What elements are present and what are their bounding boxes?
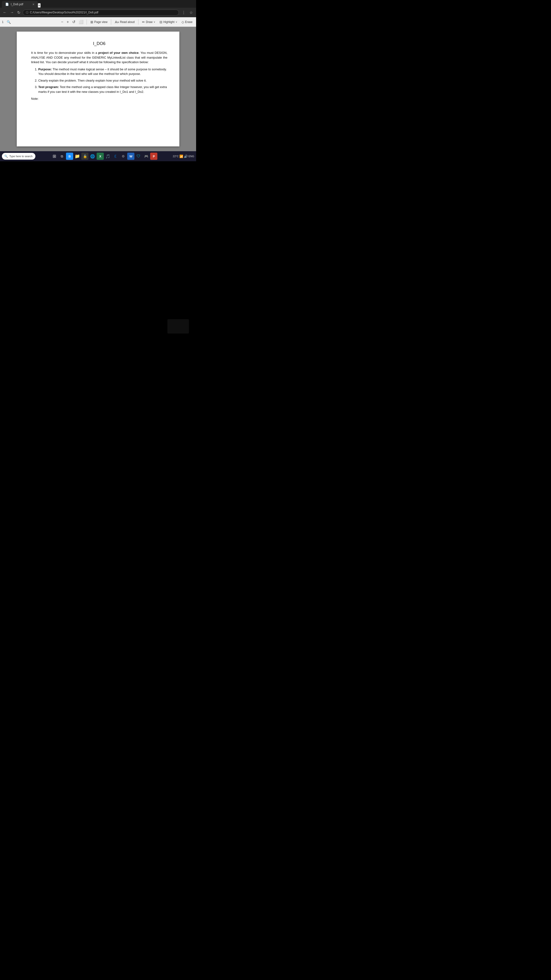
page-view-label: Page view <box>94 20 107 24</box>
intro-bold-text: project of your own choice <box>98 51 139 54</box>
taskbar-shield-icon[interactable]: 🛡 <box>135 153 142 160</box>
favorites-button[interactable]: ☆ <box>188 10 194 16</box>
draw-icon: ✏ <box>142 20 145 24</box>
intro-text-prefix: It is time for you to demonstrate your s… <box>31 51 98 54</box>
highlight-chevron-icon: ∨ <box>176 21 177 23</box>
back-button[interactable]: ← <box>2 10 8 16</box>
new-tab-button[interactable]: + <box>38 3 41 8</box>
taskbar: 🔍 Type here to search ⊞ ⧉ B 📁 🔒 🌐 X 🎵 Ɛ … <box>0 151 196 161</box>
taskbar-powerpoint-icon[interactable]: P <box>150 153 157 160</box>
draw-chevron-icon: ∨ <box>154 21 155 23</box>
bottom-black-area <box>0 161 196 353</box>
purpose-label: Purpose: <box>38 67 52 71</box>
pdf-intro-paragraph: It is time for you to demonstrate your s… <box>31 51 167 65</box>
taskbar-excel-icon[interactable]: X <box>97 153 104 160</box>
taskbar-search[interactable]: 🔍 Type here to search <box>2 153 35 159</box>
highlight-label: Highlight <box>164 20 175 24</box>
taskbar-right-area: 22°C 📶 🔊 ENG <box>173 154 194 158</box>
tab-title: I_Do6.pdf <box>11 3 23 6</box>
browser-tab[interactable]: 📄 I_Do6.pdf × <box>2 1 38 8</box>
draw-button[interactable]: ✏ Draw ∨ <box>140 19 157 25</box>
address-bar-row: ← → ↻ ⓘ C:/Users/fifeegee/Desktop/School… <box>0 8 196 17</box>
pdf-body: It is time for you to demonstrate your s… <box>31 51 167 101</box>
taskbar-center-icons: ⊞ ⧉ B 📁 🔒 🌐 X 🎵 Ɛ ⚙ W 🛡 🎮 P <box>51 153 157 160</box>
erase-label: Erase <box>185 20 192 24</box>
forward-button[interactable]: → <box>9 10 15 16</box>
read-aloud-label: Read aloud <box>120 20 135 24</box>
taskbar-search-text: Type here to search <box>10 155 33 158</box>
pdf-toolbar: 1 🔍 − + ↺ ⬜ ⊞ Page view A» Read aloud ✏ … <box>0 17 196 27</box>
lock-icon: ⓘ <box>26 11 29 14</box>
list-item: Clearly explain the problem. Then clearl… <box>38 78 167 83</box>
taskbar-chrome-icon[interactable]: 🌐 <box>89 153 96 160</box>
address-bar[interactable]: ⓘ C:/Users/fifeegee/Desktop/School%20202… <box>23 10 179 16</box>
erase-icon: ◇ <box>181 20 184 24</box>
tab-bar: 📄 I_Do6.pdf × + <box>0 0 196 8</box>
list-item: Purpose: The method must make logical se… <box>38 67 167 76</box>
taskbar-search-icon: 🔍 <box>4 154 8 158</box>
browser-chrome: 📄 I_Do6.pdf × + ← → ↻ ⓘ C:/Users/fifeege… <box>0 0 196 27</box>
draw-label: Draw <box>146 20 152 24</box>
highlight-icon: ⊟ <box>159 20 162 24</box>
list-item: Test program: Test the method using a wr… <box>38 85 167 94</box>
purpose-text: The method must make logical sense – it … <box>38 67 167 76</box>
tab-icon: 📄 <box>5 3 9 6</box>
zoom-out-button[interactable]: − <box>60 19 64 25</box>
taskbar-sound-icon: 🔊 <box>184 154 188 158</box>
taskbar-word-icon[interactable]: W <box>127 153 134 160</box>
taskbar-game-icon[interactable]: 🎮 <box>143 153 150 160</box>
pdf-viewer: I_DO6 It is time for you to demonstrate … <box>0 27 196 151</box>
taskbar-lock-icon[interactable]: 🔒 <box>81 153 89 160</box>
read-aloud-button[interactable]: A» Read aloud <box>113 19 136 25</box>
pdf-requirements-list: Purpose: The method must make logical se… <box>38 67 167 94</box>
taskbar-browser-icon[interactable]: B <box>66 153 73 160</box>
test-program-label: Test program: <box>38 85 59 89</box>
erase-button[interactable]: ◇ Erase <box>180 19 194 25</box>
fit-button[interactable]: ⬜ <box>78 19 85 25</box>
taskbar-temp: 22°C <box>173 155 179 158</box>
note-label: Note: <box>31 97 38 100</box>
taskbar-windows-button[interactable]: ⊞ <box>51 153 58 160</box>
highlight-button[interactable]: ⊟ Highlight ∨ <box>158 19 179 25</box>
taskbar-wifi-icon: 📶 <box>179 154 183 158</box>
browser-actions: ⋮ ☆ <box>180 10 194 16</box>
taskbar-sys-icons: 22°C 📶 🔊 ENG <box>173 154 194 158</box>
rotate-button[interactable]: ↺ <box>71 19 76 25</box>
pdf-search-icon[interactable]: 🔍 <box>5 19 12 25</box>
taskbar-lang: ENG <box>189 155 194 158</box>
note-paragraph: Note: <box>31 96 167 101</box>
pdf-page: I_DO6 It is time for you to demonstrate … <box>17 32 179 146</box>
pdf-toolbar-left: 1 🔍 <box>2 19 12 25</box>
url-text: C:/Users/fifeegee/Desktop/School%202021/… <box>30 11 98 14</box>
taskbar-settings-icon[interactable]: ⚙ <box>119 153 127 160</box>
taskbar-task-view[interactable]: ⧉ <box>58 153 65 160</box>
pdf-title: I_DO6 <box>31 41 167 46</box>
browser-menu-button[interactable]: ⋮ <box>180 10 187 16</box>
device-corner-hint <box>167 319 189 334</box>
read-aloud-icon: A» <box>115 20 119 24</box>
taskbar-music-icon[interactable]: 🎵 <box>104 153 111 160</box>
page-view-button[interactable]: ⊞ Page view <box>89 19 109 25</box>
page-view-icon: ⊞ <box>91 20 93 24</box>
taskbar-edge-icon[interactable]: Ɛ <box>112 153 119 160</box>
zoom-in-button[interactable]: + <box>65 19 70 25</box>
refresh-button[interactable]: ↻ <box>16 10 21 16</box>
taskbar-folder-icon[interactable]: 📁 <box>74 153 81 160</box>
page-number: 1 <box>2 20 3 24</box>
explain-text: Clearly explain the problem. Then clearl… <box>38 79 147 82</box>
tab-close-button[interactable]: × <box>33 2 35 6</box>
